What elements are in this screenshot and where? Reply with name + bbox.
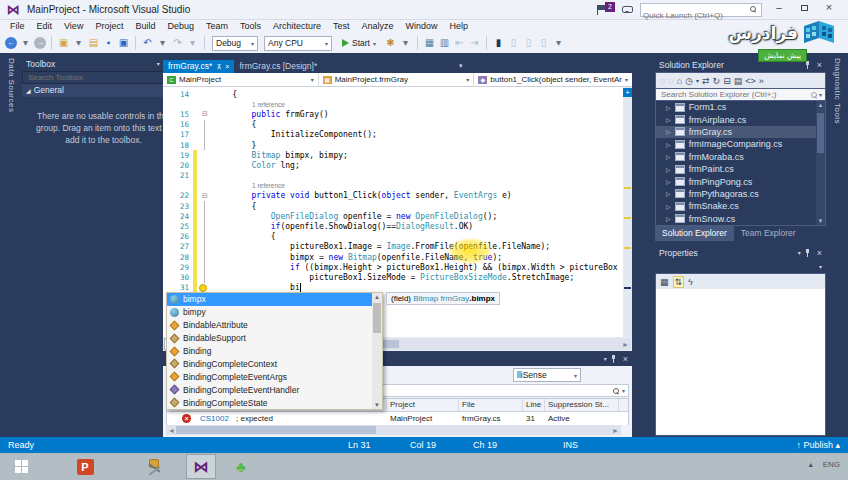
refresh-icon[interactable]: ↻ (713, 74, 721, 88)
menu-tools[interactable]: Tools (234, 20, 267, 33)
solution-configuration-combo[interactable]: Debug▾ (212, 36, 258, 51)
se-overflow-icon[interactable]: » (759, 74, 764, 88)
tree-item-form1-cs[interactable]: ▷Form1.cs (656, 101, 825, 113)
menu-team[interactable]: Team (200, 20, 234, 33)
completion-item-bindingcompletecontext[interactable]: BindingCompleteContext (167, 357, 372, 370)
code-line[interactable]: 17 InitializeComponent(); (163, 130, 623, 140)
tab-team-explorer[interactable]: Team Explorer (734, 226, 803, 241)
chevron-down-icon[interactable]: ▾ (157, 57, 160, 71)
toolbox-search-box[interactable] (22, 71, 185, 84)
completion-item-bimpy[interactable]: bimpy (167, 306, 372, 319)
chevron-down-icon[interactable]: ▾ (798, 246, 801, 260)
menu-analyze[interactable]: Analyze (356, 20, 400, 33)
nav-back-icon[interactable]: ← (5, 37, 17, 49)
pending-changes-icon[interactable]: ◷ (685, 74, 693, 88)
code-line[interactable]: 25 if(openfile.ShowDialog()==DialogResul… (163, 221, 623, 231)
tree-item-frmmoraba-cs[interactable]: ▷frmMoraba.cs (656, 151, 825, 163)
tab-frmgray-cs-[interactable]: frmGray.cs*⊼× (163, 60, 234, 73)
new-project-icon[interactable]: ▣ (57, 36, 70, 50)
expander-icon[interactable]: ▷ (666, 190, 671, 197)
show-all-files-icon[interactable]: ▤ (734, 74, 743, 88)
code-line[interactable]: 15⊟ public frmGray() (163, 109, 623, 119)
tree-item-frmpythagoras-cs[interactable]: ▷frmPythagoras.cs (656, 188, 825, 200)
code-line[interactable]: 19 Bitmap bimpx, bimpy; (163, 150, 623, 160)
open-file-icon[interactable]: ▤ (87, 36, 100, 50)
utility-tool-icon[interactable] (140, 454, 170, 479)
alphabetical-icon[interactable]: ⇅ (673, 276, 685, 288)
view-code-icon[interactable]: <> (745, 74, 756, 88)
completion-item-bindableattribute[interactable]: BindableAttribute (167, 319, 372, 332)
toolbox-group-general[interactable]: ◢General (22, 84, 185, 97)
tab-data-sources[interactable]: Data Sources (7, 58, 16, 112)
publish-button[interactable]: ↑ Publish ▴ (796, 440, 840, 450)
expander-icon[interactable]: ▷ (666, 166, 671, 173)
pin-icon[interactable]: ⊼ (216, 60, 221, 73)
menu-test[interactable]: Test (327, 20, 356, 33)
tree-item-frmgray-cs[interactable]: ▷frmGray.cs (656, 126, 825, 138)
toolbox-search-input[interactable] (26, 72, 175, 83)
se-back-icon[interactable]: ◌ (660, 74, 665, 88)
completion-item-binding[interactable]: Binding (167, 345, 372, 358)
tab-list-chevron-icon[interactable]: ▾ (459, 62, 463, 70)
feedback-icon[interactable] (622, 6, 633, 13)
expander-icon[interactable]: ▷ (666, 141, 671, 148)
tree-item-frmairplane-cs[interactable]: ▷frmAirplane.cs (656, 113, 825, 125)
tree-item-frmimagecomparing-cs[interactable]: ▷frmImageComparing.cs (656, 138, 825, 150)
editor-split-button[interactable]: + (623, 88, 632, 97)
menu-view[interactable]: View (58, 20, 89, 33)
code-line[interactable]: 1 reference (163, 181, 623, 191)
chevron-down-icon[interactable]: ▾ (604, 352, 607, 366)
collapse-all-icon[interactable]: ⊟ (723, 74, 731, 88)
next-bookmark-icon[interactable]: ▯ (522, 36, 535, 50)
pin-icon[interactable] (610, 355, 617, 363)
close-icon[interactable]: × (817, 58, 822, 72)
expander-icon[interactable]: ▷ (666, 203, 671, 210)
menu-edit[interactable]: Edit (31, 20, 59, 33)
events-icon[interactable]: ϟ (688, 277, 693, 287)
properties-grid[interactable] (655, 289, 826, 436)
breakpoints-window-icon[interactable]: ▦ (423, 36, 436, 50)
object-selector-dropdown[interactable]: ▾ (655, 260, 826, 273)
prev-bookmark-icon[interactable]: ▯ (507, 36, 520, 50)
save-all-icon[interactable]: ▣ (117, 36, 130, 50)
expander-icon[interactable]: ▷ (666, 153, 671, 160)
code-line[interactable]: 18 } (163, 140, 623, 150)
code-line[interactable]: 20 Color lng; (163, 160, 623, 170)
tree-item-frmpingpong-cs[interactable]: ▷frmPingPong.cs (656, 175, 825, 187)
code-line[interactable]: 27 pictureBox1.Image = Image.FromFile(op… (163, 242, 623, 252)
solution-explorer-search-input[interactable] (659, 89, 809, 100)
code-line[interactable]: 14 { (163, 89, 623, 99)
column-header-file[interactable]: File (459, 399, 523, 411)
nav-forward-icon[interactable]: → (34, 37, 46, 49)
menu-help[interactable]: Help (444, 20, 475, 33)
quick-launch-box[interactable] (640, 3, 762, 17)
expander-icon[interactable]: ▷ (666, 215, 671, 222)
completion-item-bindingcompleteeventargs[interactable]: BindingCompleteEventArgs (167, 370, 372, 383)
completion-item-bindingcompleteeventhandler[interactable]: BindingCompleteEventHandler (167, 383, 372, 396)
redo-icon[interactable]: ↷ (171, 36, 184, 50)
tree-item-frmsnow-cs[interactable]: ▷frmSnow.cs (656, 213, 825, 225)
visual-studio-icon[interactable]: ⋈ (186, 454, 216, 479)
tab-frmgray-cs-design-[interactable]: frmGray.cs [Design]* (234, 60, 322, 73)
close-icon[interactable]: × (225, 60, 229, 73)
close-button[interactable]: × (818, 0, 840, 16)
tray-language[interactable]: ENG (823, 460, 840, 469)
nav-back-menu-icon[interactable]: ▾ (19, 36, 32, 50)
pin-icon[interactable] (804, 61, 811, 69)
column-header-project[interactable]: Project (387, 399, 459, 411)
code-line[interactable]: 1 reference (163, 99, 623, 109)
member-dropdown[interactable]: ◆ button1_Click(object sender, EventAr▾ (474, 73, 632, 86)
tree-item-frmsnake-cs[interactable]: ▷frmSnake.cs (656, 200, 825, 212)
green-app-icon[interactable]: ♣ (226, 454, 256, 479)
tray-expand-icon[interactable]: ▴ (809, 460, 813, 469)
solution-platform-combo[interactable]: Any CPU▾ (264, 36, 332, 51)
expander-icon[interactable]: ▷ (666, 128, 671, 135)
solution-explorer-search-box[interactable]: ▾ (655, 88, 826, 101)
error-row[interactable]: ×CS1002; expectedMainProjectfrmGray.cs31… (167, 412, 628, 425)
clear-bookmarks-icon[interactable]: ▯ (537, 36, 550, 50)
expander-icon[interactable]: ▷ (666, 116, 671, 123)
home-icon[interactable]: ⌂ (677, 74, 682, 88)
redo-menu-icon[interactable]: ▾ (186, 36, 199, 50)
code-line[interactable]: 24 OpenFileDialog openfile = new OpenFil… (163, 211, 623, 221)
undo-icon[interactable]: ↶ (141, 36, 154, 50)
